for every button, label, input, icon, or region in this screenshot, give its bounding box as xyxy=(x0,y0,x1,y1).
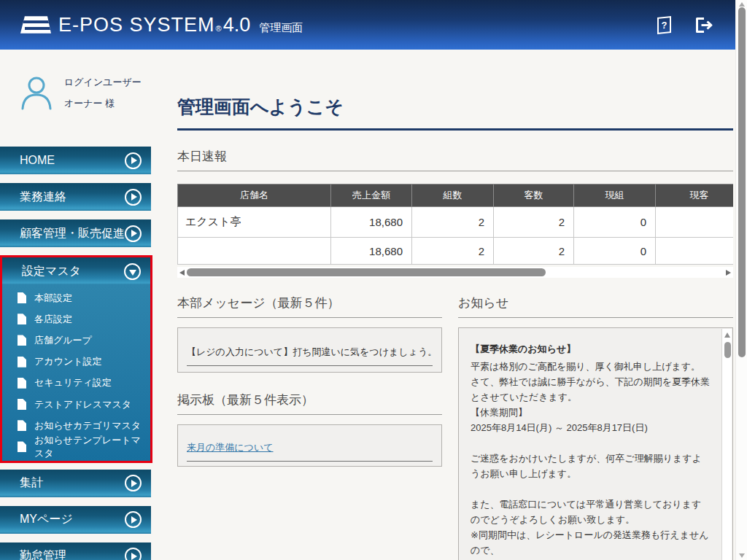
cell-total-guests: 2 xyxy=(494,238,574,265)
chevron-right-circle-icon xyxy=(125,548,142,560)
brand-version: 4.0 xyxy=(223,14,251,36)
epos-logo-icon xyxy=(20,15,51,35)
horizontal-scrollbar-thumb[interactable] xyxy=(187,268,546,276)
logout-button[interactable] xyxy=(692,13,715,36)
notice-vertical-scrollbar[interactable] xyxy=(721,329,732,560)
header-actions: ? xyxy=(652,13,715,36)
main-content: 管理画面へようこそ 本日速報 店舗名 売上金額 組数 客数 現組 現客 xyxy=(177,50,733,560)
sidebar: ログインユーザー オーナー 様 HOME 業務連絡 顧客管理・販売促進 xyxy=(0,50,152,111)
col-current-groups: 現組 xyxy=(574,184,656,207)
cell-current-guests xyxy=(656,207,734,238)
notice-scroll-up-arrow[interactable] xyxy=(724,332,730,338)
sidebar-item-mypage[interactable]: MYページ xyxy=(0,506,151,534)
cell-store-name: エクスト亭 xyxy=(178,207,331,238)
chevron-down-circle-icon xyxy=(124,263,141,280)
sidebar-subitem-notice-template-master[interactable]: お知らせテンプレートマスタ xyxy=(2,436,150,457)
login-user-block: ログインユーザー オーナー 様 xyxy=(19,74,152,111)
notice-line: 2025年8月14日(月) ～ 2025年8月17日(日) xyxy=(471,420,711,435)
col-sales-amount: 売上金額 xyxy=(331,184,412,207)
notice-line: また、電話窓口については平常通り営業しておりますのでどうぞよろしくお願い致します… xyxy=(471,497,711,527)
scroll-right-arrow[interactable] xyxy=(726,270,731,276)
page-scrollbar-thumb[interactable] xyxy=(738,7,746,357)
brand-name: E-POS SYSTEM xyxy=(58,14,215,36)
document-icon xyxy=(18,314,26,324)
hq-message-box: 【レジの入力について】打ち間違いに気をつけましょう。 xyxy=(177,327,442,373)
user-avatar-icon xyxy=(19,74,54,111)
sidebar-subitem-account-settings[interactable]: アカウント設定 xyxy=(2,351,150,373)
board-post-link[interactable]: 来月の準備について xyxy=(187,442,274,453)
sidebar-subitem-security-settings[interactable]: セキュリティ設定 xyxy=(2,373,150,394)
manual-help-button[interactable]: ? xyxy=(652,13,676,36)
page-scroll-down-arrow[interactable] xyxy=(739,553,745,558)
header-bar: E-POS SYSTEM ® 4.0 管理画面 ? xyxy=(0,0,735,50)
sidebar-subitem-store-group[interactable]: 店舗グループ xyxy=(2,330,150,351)
sidebar-subitem-test-address-master[interactable]: テストアドレスマスタ xyxy=(2,394,150,415)
login-user-label: ログインユーザー xyxy=(64,77,142,87)
chevron-right-circle-icon xyxy=(125,189,142,206)
table-horizontal-scrollbar[interactable] xyxy=(177,267,733,278)
document-icon xyxy=(18,292,26,303)
notice-scrollbar-thumb[interactable] xyxy=(724,342,731,358)
document-icon xyxy=(18,420,26,431)
chevron-right-circle-icon xyxy=(125,225,142,242)
sidebar-item-customer-management[interactable]: 顧客管理・販売促進 xyxy=(0,219,151,247)
table-header-row: 店舗名 売上金額 組数 客数 現組 現客 xyxy=(178,184,734,207)
sidebar-item-business-contact[interactable]: 業務連絡 xyxy=(0,183,151,211)
document-icon xyxy=(18,378,26,389)
col-groups: 組数 xyxy=(412,184,494,207)
cell-groups: 2 xyxy=(412,207,494,238)
cell-total-current-guests xyxy=(656,238,734,265)
board-item: 来月の準備について xyxy=(187,441,433,462)
sidebar-item-home[interactable]: HOME xyxy=(0,147,151,174)
notice-line: 平素は格別のご高配を賜り、厚く御礼申し上げます。 xyxy=(471,359,711,374)
document-icon xyxy=(18,441,26,452)
page-vertical-scrollbar[interactable] xyxy=(735,0,747,560)
settings-master-submenu: 本部設定 各店設定 店舗グループ アカウント設定 xyxy=(2,285,150,461)
cell-total-groups: 2 xyxy=(412,238,494,265)
sidebar-menu: HOME 業務連絡 顧客管理・販売促進 設定マスタ xyxy=(0,147,152,560)
notice-line: 【休業期間】 xyxy=(471,405,711,420)
today-sales-table: 店舗名 売上金額 組数 客数 現組 現客 エクスト亭 18,680 2 2 0 xyxy=(177,184,733,265)
table-row-store: エクスト亭 18,680 2 2 0 xyxy=(178,207,734,238)
cell-total-label: 合計 xyxy=(178,238,331,265)
sidebar-subitem-hq-settings[interactable]: 本部設定 xyxy=(2,287,150,308)
hq-message-item: 【レジの入力について】打ち間違いに気をつけましょう。 xyxy=(187,346,433,366)
brand-logo: E-POS SYSTEM ® 4.0 管理画面 xyxy=(20,14,303,36)
hq-message-heading: 本部メッセージ（最新５件） xyxy=(177,295,442,318)
sidebar-item-aggregation[interactable]: 集計 xyxy=(0,470,151,497)
app-window: E-POS SYSTEM ® 4.0 管理画面 ? xyxy=(0,0,747,560)
notice-line: ※同期間中は、レシートロールの発送業務も行えませんので、 xyxy=(471,527,711,558)
today-report-heading: 本日速報 xyxy=(177,148,733,171)
document-icon xyxy=(18,335,26,346)
notice-line: さて、弊社では誠に勝手ながら、下記の期間を夏季休業とさせていただきます。 xyxy=(471,374,711,405)
logout-icon xyxy=(694,16,713,34)
notice-line: ご迷惑をおかけいたしますが、何卒ご理解賜りますようお願い申し上げます。 xyxy=(471,451,711,481)
sidebar-subitem-store-settings[interactable]: 各店設定 xyxy=(2,308,150,330)
table-total-row: 合計 18,680 2 2 0 xyxy=(178,238,734,265)
chevron-right-circle-icon xyxy=(125,152,142,169)
today-sales-table-container: 店舗名 売上金額 組数 客数 現組 現客 エクスト亭 18,680 2 2 0 xyxy=(177,184,733,265)
chevron-right-circle-icon xyxy=(125,511,142,528)
notice-line xyxy=(471,481,711,497)
col-store-name: 店舗名 xyxy=(178,184,331,207)
sidebar-item-settings-master[interactable]: 設定マスタ xyxy=(2,257,150,285)
document-icon xyxy=(18,357,26,368)
page-title: 管理画面へようこそ xyxy=(177,95,733,131)
cell-guests: 2 xyxy=(494,207,574,238)
cell-current-groups: 0 xyxy=(574,207,656,238)
col-current-guests: 現客 xyxy=(656,184,734,207)
sidebar-item-attendance-management[interactable]: 勤怠管理 xyxy=(0,542,151,560)
cell-total-current-groups: 0 xyxy=(574,238,656,265)
board-heading: 掲示板（最新５件表示） xyxy=(177,392,442,415)
chevron-right-circle-icon xyxy=(125,475,142,491)
manual-book-icon: ? xyxy=(657,16,671,34)
scroll-left-arrow[interactable] xyxy=(179,270,185,276)
notice-heading: お知らせ xyxy=(458,295,733,318)
cell-sales: 18,680 xyxy=(331,207,412,238)
document-icon xyxy=(18,399,26,410)
notice-line xyxy=(471,435,711,451)
page-scroll-up-arrow[interactable] xyxy=(739,2,745,7)
col-guests: 客数 xyxy=(494,184,574,207)
board-box: 来月の準備について xyxy=(177,424,442,467)
notice-title: 【夏季休業のお知らせ】 xyxy=(471,343,711,356)
